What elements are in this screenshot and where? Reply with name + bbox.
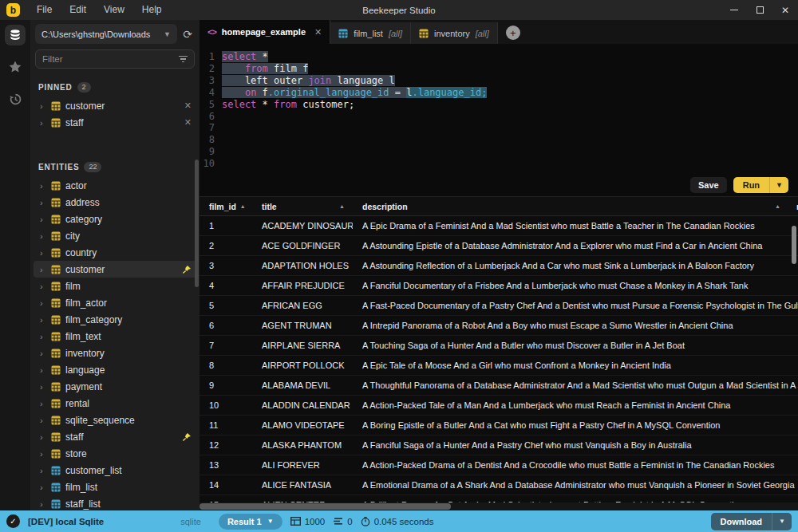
database-nav-button[interactable] [5, 25, 26, 45]
download-options-button[interactable]: ▼ [772, 513, 792, 530]
entity-item-staff[interactable]: › staff [30, 428, 200, 445]
entity-item-actor[interactable]: › actor [30, 177, 200, 194]
pinned-item-customer[interactable]: › customer ✕ [30, 97, 200, 114]
entity-item-inventory[interactable]: › inventory [30, 345, 200, 361]
refresh-button[interactable]: ⟳ [180, 28, 195, 41]
chevron-right-icon[interactable]: › [40, 483, 46, 492]
menu-view[interactable]: View [95, 0, 133, 20]
table-row[interactable]: 3 ADAPTATION HOLES A Astounding Reflecti… [200, 256, 798, 276]
minimize-button[interactable] [721, 0, 747, 20]
column-header-description[interactable]: description ▲ [353, 202, 787, 211]
download-button[interactable]: Download [711, 513, 772, 530]
chevron-right-icon[interactable]: › [40, 416, 46, 425]
history-nav-button[interactable] [5, 89, 26, 109]
chevron-right-icon[interactable]: › [40, 198, 46, 207]
table-row[interactable]: 15 ALIEN CENTER A Brilliant Drama of a C… [200, 495, 798, 502]
entity-item-category[interactable]: › category [30, 211, 200, 227]
results-vertical-scrollbar[interactable] [792, 226, 796, 264]
new-tab-button[interactable]: + [506, 26, 520, 40]
menu-file[interactable]: File [28, 0, 61, 20]
table-row[interactable]: 6 AGENT TRUMAN A Intrepid Panorama of a … [200, 316, 798, 336]
entity-item-film_actor[interactable]: › film_actor [30, 294, 200, 311]
entity-item-payment[interactable]: › payment [30, 378, 200, 395]
status-bar: ✓ [DEV] local Sqlite sqlite Result 1 ▼ 1… [0, 510, 798, 532]
chevron-right-icon[interactable]: › [40, 298, 46, 308]
table-row[interactable]: 5 AFRICAN EGG A Fast-Paced Documentary o… [200, 296, 798, 316]
beekeeper-logo-icon: b [6, 3, 20, 17]
table-row[interactable]: 4 AFFAIR PREJUDICE A Fanciful Documentar… [200, 276, 798, 296]
chevron-right-icon[interactable]: › [40, 449, 46, 459]
entity-item-sqlite_sequence[interactable]: › sqlite_sequence [30, 412, 200, 428]
entity-item-address[interactable]: › address [30, 194, 200, 211]
table-row[interactable]: 7 AIRPLANE SIERRA A Touching Saga of a H… [200, 336, 798, 356]
chevron-right-icon[interactable]: › [40, 382, 46, 392]
tab-film_list[interactable]: film_list [all] [330, 22, 411, 44]
result-selector[interactable]: Result 1 ▼ [219, 514, 282, 530]
results-header: film_id ▲ title ▲ description ▲ r [200, 197, 798, 216]
unpin-close-icon[interactable]: ✕ [184, 117, 192, 128]
table-row[interactable]: 8 AIRPORT POLLOCK A Epic Tale of a Moose… [200, 356, 798, 376]
run-options-button[interactable]: ▼ [769, 177, 788, 193]
table-row[interactable]: 12 ALASKA PHANTOM A Fanciful Saga of a H… [200, 435, 798, 455]
favorites-nav-button[interactable] [5, 57, 26, 77]
table-row[interactable]: 11 ALAMO VIDEOTAPE A Boring Epistle of a… [200, 416, 798, 435]
timer-icon [361, 517, 370, 526]
table-row[interactable]: 10 ALADDIN CALENDAR A Action-Packed Tale… [200, 396, 798, 416]
entity-item-film_text[interactable]: › film_text [30, 328, 200, 345]
chevron-right-icon[interactable]: › [40, 365, 46, 375]
entity-item-rental[interactable]: › rental [30, 395, 200, 412]
entity-item-language[interactable]: › language [30, 361, 200, 378]
entity-item-staff_list[interactable]: › staff_list [30, 495, 200, 510]
entity-item-customer_list[interactable]: › customer_list [30, 462, 200, 479]
results-horizontal-scrollbar[interactable] [200, 502, 798, 510]
table-row[interactable]: 14 ALICE FANTASIA A Emotional Drama of a… [200, 475, 798, 495]
chevron-right-icon[interactable]: › [40, 181, 46, 191]
pinned-item-staff[interactable]: › staff ✕ [30, 114, 200, 131]
column-header-title[interactable]: title ▲ [252, 202, 353, 211]
chevron-right-icon[interactable]: › [40, 118, 46, 128]
chevron-right-icon[interactable]: › [40, 315, 46, 325]
chevron-right-icon[interactable]: › [40, 399, 46, 408]
entity-item-film_list[interactable]: › film_list [30, 479, 200, 495]
filter-input[interactable] [42, 54, 179, 64]
tab-inventory[interactable]: inventory [all] [411, 22, 498, 44]
save-button[interactable]: Save [690, 177, 727, 193]
table-row[interactable]: 13 ALI FOREVER A Action-Packed Drama of … [200, 455, 798, 475]
chevron-right-icon[interactable]: › [40, 215, 46, 224]
entity-item-film[interactable]: › film [30, 278, 200, 294]
table-icon [51, 382, 61, 392]
chevron-right-icon[interactable]: › [40, 282, 46, 291]
sidebar-scrollbar[interactable] [195, 160, 199, 287]
unpin-close-icon[interactable]: ✕ [184, 100, 192, 111]
entity-item-customer[interactable]: › customer [34, 261, 196, 278]
entity-item-store[interactable]: › store [30, 445, 200, 462]
close-tab-icon[interactable]: ✕ [314, 27, 322, 37]
scrollbar-thumb[interactable] [200, 503, 451, 510]
table-row[interactable]: 9 ALABAMA DEVIL A Thoughtful Panorama of… [200, 376, 798, 396]
connection-selector[interactable]: C:\Users\ghstng\Downloads ▼ [35, 24, 177, 44]
column-header-film-id[interactable]: film_id ▲ [200, 202, 252, 211]
chevron-right-icon[interactable]: › [40, 332, 46, 341]
chevron-right-icon[interactable]: › [40, 248, 46, 258]
entity-item-city[interactable]: › city [30, 227, 200, 244]
run-button[interactable]: Run [733, 177, 769, 193]
chevron-right-icon[interactable]: › [40, 432, 46, 442]
tab-homepage_example[interactable]: <>homepage_example ✕ [200, 20, 330, 44]
sql-editor[interactable]: 12345678910 select * from film f left ou… [200, 44, 798, 173]
entity-item-country[interactable]: › country [30, 244, 200, 261]
chevron-right-icon[interactable]: › [40, 499, 46, 509]
table-row[interactable]: 2 ACE GOLDFINGER A Astounding Epistle of… [200, 236, 798, 256]
menu-help[interactable]: Help [133, 0, 171, 20]
table-row[interactable]: 1 ACADEMY DINOSAUR A Epic Drama of a Fem… [200, 216, 798, 236]
chevron-right-icon[interactable]: › [40, 265, 46, 274]
menu-edit[interactable]: Edit [61, 0, 95, 20]
chevron-right-icon[interactable]: › [40, 231, 46, 241]
maximize-button[interactable] [747, 0, 772, 20]
close-button[interactable]: ✕ [772, 0, 798, 20]
entity-item-film_category[interactable]: › film_category [30, 311, 200, 328]
column-header-partial[interactable]: r [787, 202, 798, 211]
chevron-right-icon[interactable]: › [40, 101, 46, 111]
chevron-right-icon[interactable]: › [40, 349, 46, 358]
pinned-label: PINNED [38, 83, 73, 92]
chevron-right-icon[interactable]: › [40, 466, 46, 475]
